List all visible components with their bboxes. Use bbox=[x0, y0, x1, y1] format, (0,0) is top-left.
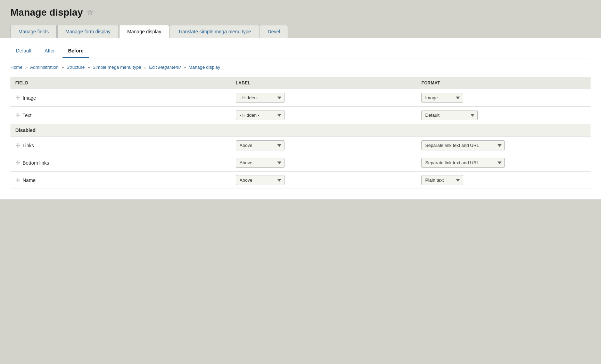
sub-tab-default[interactable]: Default bbox=[10, 45, 37, 58]
format-select-name[interactable]: Plain text Default bbox=[421, 175, 463, 185]
label-select-image[interactable]: - Hidden - Above Inline Hidden Visually … bbox=[236, 93, 285, 103]
field-label-image: Image bbox=[23, 95, 36, 101]
field-name-bottom-links: ✛ Bottom links bbox=[15, 159, 226, 167]
format-cell-text: Default Plain text Trimmed Summary or tr… bbox=[417, 107, 591, 124]
drag-handle-bottom-links[interactable]: ✛ bbox=[15, 159, 20, 167]
bookmark-star-icon[interactable]: ☆ bbox=[87, 8, 93, 17]
label-cell-links: Above Inline Hidden Visually Hidden bbox=[231, 137, 417, 154]
label-select-bottom-links[interactable]: Above Inline Hidden Visually Hidden bbox=[236, 158, 285, 168]
format-select-links[interactable]: Separate link text and URL Link Plain te… bbox=[421, 140, 505, 150]
breadcrumb: Home » Administration » Structure » Simp… bbox=[10, 65, 591, 70]
sub-tabs-container: Default After Before bbox=[10, 45, 591, 58]
drag-handle-text[interactable]: ✛ bbox=[15, 111, 20, 119]
sub-tab-before[interactable]: Before bbox=[63, 45, 89, 58]
label-select-links[interactable]: Above Inline Hidden Visually Hidden bbox=[236, 140, 285, 150]
label-cell-text: - Hidden - Above Inline Hidden Visually … bbox=[231, 107, 417, 124]
fields-table: FIELD LABEL FORMAT ✛ Image bbox=[10, 77, 591, 189]
format-select-text[interactable]: Default Plain text Trimmed Summary or tr… bbox=[421, 110, 478, 120]
breadcrumb-manage-display[interactable]: Manage display bbox=[189, 65, 220, 70]
field-cell-bottom-links: ✛ Bottom links bbox=[10, 154, 231, 172]
col-header-label: LABEL bbox=[231, 77, 417, 89]
drag-handle-name[interactable]: ✛ bbox=[15, 176, 20, 184]
page-header: Manage display ☆ bbox=[0, 0, 601, 22]
table-row: ✛ Name Above Inline Hidden Visually Hidd… bbox=[10, 172, 591, 189]
breadcrumb-megamenu: MegaMenu bbox=[158, 65, 181, 70]
format-cell-image: Image URL to image Default bbox=[417, 89, 591, 107]
main-tabs: Manage fields Manage form display Manage… bbox=[0, 25, 601, 38]
table-header-row: FIELD LABEL FORMAT bbox=[10, 77, 591, 89]
breadcrumb-sep-1: » bbox=[25, 65, 27, 70]
table-row: ✛ Bottom links Above Inline Hidden Visua… bbox=[10, 154, 591, 172]
drag-handle-links[interactable]: ✛ bbox=[15, 142, 20, 149]
table-row: ✛ Image - Hidden - Above Inline Hidden V… bbox=[10, 89, 591, 107]
table-row-section-disabled: Disabled bbox=[10, 124, 591, 137]
page-wrapper: Manage display ☆ Manage fields Manage fo… bbox=[0, 0, 601, 364]
format-cell-name: Plain text Default bbox=[417, 172, 591, 189]
sub-tabs: Default After Before bbox=[10, 45, 591, 58]
breadcrumb-edit[interactable]: Edit MegaMenu bbox=[149, 65, 181, 70]
label-cell-bottom-links: Above Inline Hidden Visually Hidden bbox=[231, 154, 417, 172]
tab-manage-display[interactable]: Manage display bbox=[119, 25, 169, 38]
sub-tab-after[interactable]: After bbox=[39, 45, 60, 58]
drag-handle-image[interactable]: ✛ bbox=[15, 94, 20, 102]
content-area: Default After Before Home » Administrati… bbox=[0, 38, 601, 199]
field-name-links: ✛ Links bbox=[15, 142, 226, 149]
section-label-disabled: Disabled bbox=[10, 124, 591, 137]
breadcrumb-home[interactable]: Home bbox=[10, 65, 23, 70]
field-cell-text: ✛ Text bbox=[10, 107, 231, 124]
breadcrumb-sep-5: » bbox=[183, 65, 186, 70]
page-title-text: Manage display bbox=[10, 7, 83, 18]
label-select-text[interactable]: - Hidden - Above Inline Hidden Visually … bbox=[236, 110, 285, 120]
breadcrumb-sep-4: » bbox=[144, 65, 146, 70]
format-select-image[interactable]: Image URL to image Default bbox=[421, 93, 463, 103]
field-cell-name: ✛ Name bbox=[10, 172, 231, 189]
field-name-text: ✛ Text bbox=[15, 111, 226, 119]
field-label-text: Text bbox=[23, 113, 32, 118]
field-name-image: ✛ Image bbox=[15, 94, 226, 102]
field-name-name: ✛ Name bbox=[15, 176, 226, 184]
table-row: ✛ Links Above Inline Hidden Visually Hid… bbox=[10, 137, 591, 154]
label-cell-name: Above Inline Hidden Visually Hidden bbox=[231, 172, 417, 189]
breadcrumb-sep-3: » bbox=[88, 65, 90, 70]
label-cell-image: - Hidden - Above Inline Hidden Visually … bbox=[231, 89, 417, 107]
tab-translate[interactable]: Translate simple mega menu type bbox=[170, 25, 259, 38]
page-title: Manage display ☆ bbox=[10, 7, 591, 18]
breadcrumb-sep-2: » bbox=[61, 65, 64, 70]
tab-manage-form-display[interactable]: Manage form display bbox=[57, 25, 118, 38]
tab-devel[interactable]: Devel bbox=[260, 25, 288, 38]
field-label-links: Links bbox=[23, 143, 34, 148]
table-row: ✛ Text - Hidden - Above Inline Hidden Vi… bbox=[10, 107, 591, 124]
breadcrumb-structure[interactable]: Structure bbox=[66, 65, 85, 70]
field-label-name: Name bbox=[23, 177, 35, 183]
field-label-bottom-links: Bottom links bbox=[23, 160, 49, 166]
breadcrumb-simple-mega-menu-type[interactable]: Simple mega menu type bbox=[93, 65, 141, 70]
col-header-format: FORMAT bbox=[417, 77, 591, 89]
field-cell-links: ✛ Links bbox=[10, 137, 231, 154]
format-cell-links: Separate link text and URL Link Plain te… bbox=[417, 137, 591, 154]
format-cell-bottom-links: Separate link text and URL Link Plain te… bbox=[417, 154, 591, 172]
tab-manage-fields[interactable]: Manage fields bbox=[10, 25, 57, 38]
format-select-bottom-links[interactable]: Separate link text and URL Link Plain te… bbox=[421, 158, 505, 168]
field-cell-image: ✛ Image bbox=[10, 89, 231, 107]
col-header-field: FIELD bbox=[10, 77, 231, 89]
label-select-name[interactable]: Above Inline Hidden Visually Hidden bbox=[236, 175, 285, 185]
breadcrumb-administration[interactable]: Administration bbox=[30, 65, 58, 70]
